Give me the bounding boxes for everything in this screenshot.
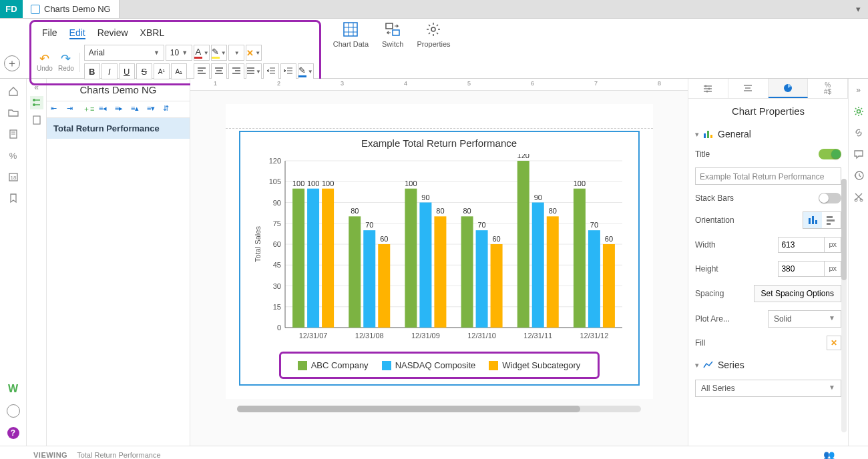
prop-orientation-label: Orientation: [695, 215, 734, 225]
svg-text:80: 80: [351, 207, 359, 215]
menu-file[interactable]: File: [42, 27, 57, 39]
props-tab-format[interactable]: %#$: [808, 79, 848, 98]
horizontal-scrollbar[interactable]: [237, 406, 641, 412]
superscript-button[interactable]: A¹: [154, 63, 170, 79]
indent-inc-button[interactable]: [280, 63, 296, 79]
outline-down-icon[interactable]: ≡▾: [147, 104, 159, 115]
svg-text:18: 18: [10, 175, 16, 181]
add-button[interactable]: ＋: [4, 55, 20, 71]
chart-data-button[interactable]: Chart Data: [327, 19, 375, 51]
outline-tab-doc[interactable]: [30, 113, 43, 127]
orientation-horizontal[interactable]: [822, 212, 841, 228]
series-select[interactable]: All Series▼: [695, 380, 841, 397]
fill-color-button[interactable]: ▼: [228, 45, 244, 61]
svg-rect-83: [827, 216, 833, 218]
outline-up-icon[interactable]: ≡▴: [131, 104, 143, 115]
align-right-button[interactable]: [228, 63, 244, 79]
outline-next-icon[interactable]: ≡▸: [115, 104, 127, 115]
strike-button[interactable]: S: [136, 63, 152, 79]
folder-icon[interactable]: [7, 107, 19, 119]
underline-button[interactable]: U: [119, 63, 135, 79]
help-button[interactable]: ?: [7, 427, 19, 439]
legend-item[interactable]: ABC Company: [298, 360, 369, 370]
svg-rect-85: [827, 223, 831, 225]
align-left-button[interactable]: [194, 63, 210, 79]
clear-format-button[interactable]: ✕▼: [246, 45, 262, 61]
font-color-button[interactable]: A▼: [194, 45, 210, 61]
legend-item[interactable]: Widget Subcategory: [489, 360, 580, 370]
settings-icon[interactable]: [853, 105, 865, 117]
line-icon: [703, 360, 714, 370]
properties-button[interactable]: Properties: [410, 19, 457, 51]
props-title: Chart Properties: [688, 99, 848, 123]
svg-rect-56: [490, 244, 502, 328]
outline-add-icon[interactable]: ＋≡: [83, 104, 95, 115]
svg-rect-42: [378, 244, 390, 328]
library-icon[interactable]: [7, 128, 19, 140]
share-icon[interactable]: 👥: [823, 450, 835, 460]
bar-icon: [703, 129, 714, 139]
svg-text:15: 15: [272, 303, 280, 311]
redo-button[interactable]: ↷Redo: [58, 53, 74, 72]
title-toggle[interactable]: [819, 149, 841, 159]
history-icon[interactable]: [853, 169, 865, 181]
align-center-button[interactable]: [211, 63, 227, 79]
legend-item[interactable]: NASDAQ Composite: [382, 360, 476, 370]
outline-tab-structure[interactable]: [30, 96, 43, 109]
align-justify-button[interactable]: ▼: [246, 63, 262, 79]
bold-button[interactable]: B: [84, 63, 100, 79]
status-doc: Total Return Performance: [77, 451, 160, 459]
props-tab-chart[interactable]: [769, 79, 809, 98]
home-icon[interactable]: [7, 85, 19, 97]
orientation-vertical[interactable]: [803, 212, 822, 228]
subscript-button[interactable]: A₁: [171, 63, 187, 79]
outline-collapse-icon[interactable]: ⇵: [163, 104, 175, 115]
section-series[interactable]: ▾Series: [695, 360, 841, 370]
svg-text:60: 60: [380, 235, 388, 243]
props-tab-align[interactable]: [728, 79, 769, 98]
menu-review[interactable]: Review: [97, 27, 128, 39]
svg-rect-1: [386, 23, 393, 29]
font-family-select[interactable]: Arial▼: [84, 45, 164, 61]
svg-point-73: [705, 85, 707, 87]
undo-button[interactable]: ↶Undo: [37, 53, 53, 72]
outline-outdent-icon[interactable]: ⇤: [51, 104, 63, 115]
link-icon[interactable]: [853, 127, 865, 139]
bookmark-icon[interactable]: [7, 192, 19, 204]
stack-toggle[interactable]: [819, 193, 841, 203]
section-general[interactable]: ▾General: [695, 129, 841, 139]
user-avatar[interactable]: [7, 404, 20, 418]
comment-icon[interactable]: [853, 148, 865, 160]
tabs-overflow-button[interactable]: ▾: [848, 0, 868, 18]
switch-button[interactable]: Switch: [375, 19, 410, 51]
highlight-color-button[interactable]: ✎▼: [211, 45, 227, 61]
props-scrollbar[interactable]: [841, 179, 847, 432]
workiva-logo[interactable]: W: [8, 383, 18, 395]
outline-indent-icon[interactable]: ⇥: [67, 104, 79, 115]
svg-rect-45: [405, 189, 417, 328]
chart-object[interactable]: Example Total Return Performance 0153045…: [239, 131, 640, 386]
plotarea-select[interactable]: Solid▼: [768, 310, 841, 328]
menu-xbrl[interactable]: XBRL: [140, 27, 165, 39]
document-tab[interactable]: Charts Demo NG: [23, 0, 120, 18]
spacing-button[interactable]: Set Spacing Options: [754, 285, 841, 302]
paint-format-button[interactable]: ✎▼: [298, 63, 314, 79]
grid-icon: [343, 21, 359, 37]
indent-dec-button[interactable]: [263, 63, 279, 79]
italic-button[interactable]: I: [101, 63, 118, 79]
font-size-select[interactable]: 10▼: [166, 45, 192, 61]
props-tab-layout[interactable]: [688, 79, 728, 98]
svg-rect-33: [307, 189, 319, 328]
menu-edit[interactable]: Edit: [69, 27, 85, 39]
percent-icon[interactable]: %: [7, 149, 19, 161]
height-input[interactable]: [778, 261, 825, 277]
outline-item-total-return[interactable]: Total Return Performance: [47, 118, 190, 139]
expand-right-button[interactable]: »: [853, 84, 865, 96]
title-input[interactable]: Example Total Return Performance: [695, 167, 841, 185]
fill-clear-button[interactable]: ✕: [827, 336, 841, 350]
cut-icon[interactable]: [853, 191, 865, 203]
width-input[interactable]: [778, 237, 825, 253]
calendar-icon[interactable]: 18: [7, 171, 19, 183]
outline-prev-icon[interactable]: ≡◂: [99, 104, 111, 115]
gear-icon: [425, 21, 441, 37]
